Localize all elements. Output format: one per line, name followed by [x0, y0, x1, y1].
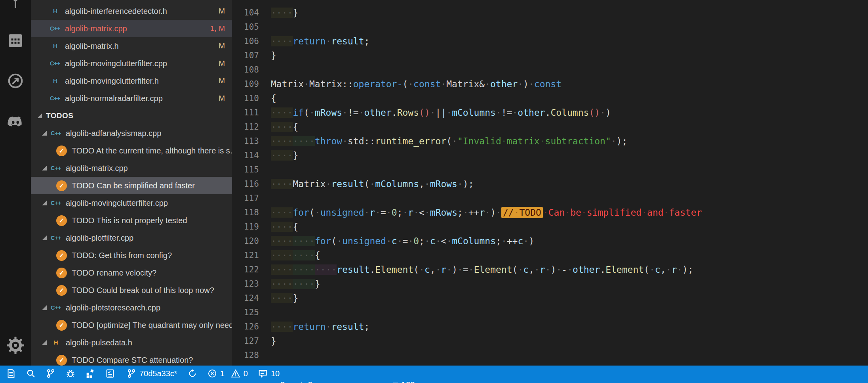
code-line-content[interactable]: {	[271, 91, 276, 105]
problems-status[interactable]: 1 0	[207, 369, 248, 378]
code-line-128[interactable]: 128	[232, 348, 868, 362]
file-item-algolib-matrix.h[interactable]: Halgolib-matrix.hM	[31, 37, 232, 55]
code-line-content[interactable]: ········throw·std::runtime_error(·"Inval…	[271, 134, 627, 148]
file-item-algolib-interferencedetector.h[interactable]: Halgolib-interferencedetector.hM	[31, 2, 232, 20]
discord-icon[interactable]	[6, 113, 25, 131]
code-line-106[interactable]: 106····return·result;	[232, 34, 868, 48]
settings-gear-icon[interactable]	[6, 336, 25, 354]
code-line-117[interactable]: 117	[232, 191, 868, 205]
code-line-114[interactable]: 114····}	[232, 148, 868, 163]
search-shortcut-icon[interactable]	[26, 369, 36, 378]
code-line-107[interactable]: 107}	[232, 48, 868, 63]
todo-tree-icon[interactable]	[6, 0, 25, 9]
code-line-content[interactable]: ············result.Element(·c,·r·)·=·Ele…	[271, 262, 693, 277]
todo-tree-shortcut-icon[interactable]	[105, 369, 115, 378]
code-line-content[interactable]: ····{	[271, 120, 298, 134]
todo-item[interactable]: ✓TODO This is not properly tested	[31, 212, 232, 229]
code-line-104[interactable]: 104····}	[232, 6, 868, 20]
todo-count-status[interactable]: 10	[258, 369, 280, 378]
collapse-twistie-icon[interactable]	[42, 201, 47, 205]
todo-item[interactable]: ✓TODO rename velocity?	[31, 264, 232, 282]
code-line-121[interactable]: 121········{	[232, 248, 868, 262]
code-line-110[interactable]: 110{	[232, 91, 868, 105]
collapse-twistie-icon[interactable]	[42, 131, 47, 136]
code-line-119[interactable]: 119····{	[232, 220, 868, 234]
code-line-content[interactable]: }	[271, 48, 276, 63]
code-line-content[interactable]: ····if(·mRows·!=·other.Rows()·||·mColumn…	[271, 105, 611, 120]
timer-icon[interactable]	[6, 72, 25, 90]
todo-item[interactable]: ✓TODO [optimize] The quadrant may only n…	[31, 316, 232, 334]
code-line-109[interactable]: 109Matrix·Matrix::operator-(·const·Matri…	[232, 77, 868, 91]
activity-bar	[0, 0, 31, 366]
code-line-content[interactable]: ····}	[271, 291, 298, 305]
collapse-twistie-icon[interactable]	[42, 236, 47, 240]
line-number: 121	[234, 248, 259, 262]
code-line-content[interactable]: ····}	[271, 148, 298, 163]
code-line-105[interactable]: 105	[232, 20, 868, 34]
todo-item[interactable]: ✓TODO Could break out of this loop now?	[31, 282, 232, 299]
code-editor[interactable]: 104····}105106····return·result;107}1081…	[232, 0, 868, 366]
collapse-twistie-icon[interactable]	[42, 305, 47, 310]
code-line-120[interactable]: 120········for(·unsigned·c·=·0;·c·<·mCol…	[232, 234, 868, 248]
code-line-129[interactable]: 129Matrix·Matrix::operator*(·const·doubl…	[232, 362, 868, 366]
code-line-content[interactable]: ····{	[271, 220, 298, 234]
workbench: Halgolib-interferencedetector.hMC++algol…	[0, 0, 868, 366]
todo-item[interactable]: ✓TODO: Get this from config?	[31, 247, 232, 264]
todo-file-algolib-plotstoresearch.cpp[interactable]: C++algolib-plotstoresearch.cpp	[31, 299, 232, 316]
code-line-122[interactable]: 122············result.Element(·c,·r·)·=·…	[232, 262, 868, 277]
code-line-content[interactable]: ····return·result;	[271, 34, 369, 48]
code-line-content[interactable]: ····return·result;	[271, 320, 369, 334]
code-line-108[interactable]: 108	[232, 63, 868, 77]
code-line-127[interactable]: 127}	[232, 334, 868, 348]
collapse-twistie-icon[interactable]	[42, 166, 47, 170]
code-line-125[interactable]: 125	[232, 305, 868, 320]
collapse-twistie-icon[interactable]	[37, 113, 42, 118]
code-line-content[interactable]: Matrix·Matrix::operator-(·const·Matrix&·…	[271, 77, 562, 91]
todo-file-algolib-adfanalysismap.cpp[interactable]: C++algolib-adfanalysismap.cpp	[31, 124, 232, 142]
code-line-content[interactable]: ····}	[271, 6, 298, 20]
code-line-content[interactable]: ········}	[271, 277, 320, 291]
todo-item[interactable]: ✓TODO Compare STC attenuation?	[31, 351, 232, 366]
todo-item[interactable]: ✓TODO Can be simplified and faster	[31, 177, 232, 194]
sync-status[interactable]	[188, 369, 197, 378]
todo-file-algolib-matrix.cpp[interactable]: C++algolib-matrix.cpp	[31, 159, 232, 177]
code-line-123[interactable]: 123········}	[232, 277, 868, 291]
file-item-algolib-movingclutterfilter.cpp[interactable]: C++algolib-movingclutterfilter.cppM	[31, 55, 232, 72]
todo-file-algolib-pulsedata.h[interactable]: Halgolib-pulsedata.h	[31, 334, 232, 351]
source-control-shortcut-icon[interactable]	[46, 369, 55, 378]
code-line-111[interactable]: 111····if(·mRows·!=·other.Rows()·||·mCol…	[232, 105, 868, 120]
debug-shortcut-icon[interactable]	[66, 369, 75, 378]
code-line-content[interactable]: ····Matrix·result(·mColumns,·mRows·);	[271, 177, 474, 191]
git-branch-icon	[127, 369, 136, 378]
code-line-content[interactable]: ········for(·unsigned·c·=·0;·c·<·mColumn…	[271, 234, 534, 248]
code-line-content[interactable]: }	[271, 334, 276, 348]
explorer-shortcut-icon[interactable]	[6, 369, 16, 378]
code-line-124[interactable]: 124····}	[232, 291, 868, 305]
collapse-twistie-icon[interactable]	[42, 340, 47, 345]
code-line-112[interactable]: 112····{	[232, 120, 868, 134]
sidebar: Halgolib-interferencedetector.hMC++algol…	[31, 0, 232, 366]
line-number: 116	[234, 177, 259, 191]
git-branch-status[interactable]: 70d5a33c*	[127, 369, 177, 378]
todo-file-algolib-plotfilter.cpp[interactable]: C++algolib-plotfilter.cpp	[31, 229, 232, 247]
file-item-algolib-movingclutterfilter.h[interactable]: Halgolib-movingclutterfilter.hM	[31, 72, 232, 90]
code-area[interactable]: 104····}105106····return·result;107}1081…	[232, 6, 868, 366]
calendar-icon[interactable]	[6, 31, 25, 49]
line-number: 108	[234, 63, 259, 77]
todo-tree: C++algolib-adfanalysismap.cpp✓TODO At th…	[31, 124, 232, 366]
todo-file-algolib-movingclutterfilter.cpp[interactable]: C++algolib-movingclutterfilter.cpp	[31, 194, 232, 212]
code-line-116[interactable]: 116····Matrix·result(·mColumns,·mRows·);	[232, 177, 868, 191]
file-item-algolib-normalradarfilter.cpp[interactable]: C++algolib-normalradarfilter.cppM	[31, 90, 232, 107]
code-line-115[interactable]: 115	[232, 163, 868, 177]
code-line-content[interactable]: ····for(·unsigned·r·=·0;·r·<·mRows;·++r·…	[271, 205, 702, 220]
code-line-content[interactable]: ········{	[271, 248, 320, 262]
code-line-118[interactable]: 118····for(·unsigned·r·=·0;·r·<·mRows;·+…	[232, 205, 868, 220]
file-item-algolib-matrix.cpp[interactable]: C++algolib-matrix.cpp1, M	[31, 20, 232, 37]
code-line-113[interactable]: 113········throw·std::runtime_error(·"In…	[232, 134, 868, 148]
header-file-icon: H	[49, 339, 63, 346]
todo-item[interactable]: ✓TODO At the current time, although ther…	[31, 142, 232, 159]
code-line-content[interactable]: Matrix·Matrix::operator*(·const·double&·…	[271, 362, 567, 366]
todos-section-header[interactable]: TODOS	[31, 107, 232, 124]
code-line-126[interactable]: 126····return·result;	[232, 320, 868, 334]
extensions-shortcut-icon[interactable]	[86, 369, 95, 378]
